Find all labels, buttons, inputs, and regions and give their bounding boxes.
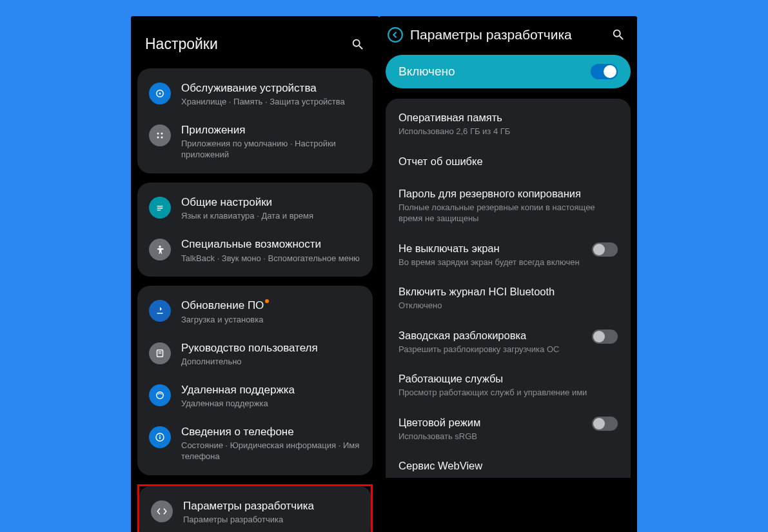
item-title: Обновление ПО xyxy=(181,299,361,312)
settings-title: Настройки xyxy=(145,35,218,53)
developer-options-screen: Параметры разработчика Включено Оператив… xyxy=(379,16,637,532)
item-device-care[interactable]: Обслуживание устройства Хранилище · Памя… xyxy=(137,74,373,115)
item-title: Руководство пользователя xyxy=(181,341,361,355)
master-toggle-label: Включено xyxy=(399,64,455,79)
item-oem-unlock[interactable]: Заводская разблокировка Разрешить разбло… xyxy=(386,320,631,364)
remote-icon xyxy=(149,384,171,406)
item-title: Цветовой режим xyxy=(399,417,584,429)
device-care-icon xyxy=(149,83,171,104)
item-manual[interactable]: Руководство пользователя Дополнительно xyxy=(137,333,373,375)
search-icon[interactable] xyxy=(351,37,365,52)
item-sub: Отключено xyxy=(399,300,618,311)
svg-rect-7 xyxy=(157,208,163,209)
dev-options-list: Оперативная память Использовано 2,6 ГБ и… xyxy=(386,99,631,478)
item-title: Оперативная память xyxy=(399,112,618,124)
item-sub: Приложения по умолчанию · Настройки прил… xyxy=(181,139,361,161)
item-color-mode[interactable]: Цветовой режим Использовать sRGB xyxy=(386,408,631,451)
settings-group: Общие настройки Язык и клавиатура · Дата… xyxy=(137,182,373,277)
switch-off-icon[interactable] xyxy=(592,417,618,431)
item-sub: Параметры разработчика xyxy=(183,515,359,526)
svg-point-3 xyxy=(161,133,163,135)
notification-dot-icon xyxy=(265,299,269,303)
dev-header: Параметры разработчика xyxy=(379,16,637,55)
svg-rect-11 xyxy=(159,351,162,352)
item-title: Обслуживание устройства xyxy=(181,81,361,95)
settings-group: Обслуживание устройства Хранилище · Памя… xyxy=(137,68,373,173)
svg-rect-6 xyxy=(157,206,163,207)
item-sub: Состояние · Юридическая информация · Имя… xyxy=(181,440,361,462)
dev-title: Параметры разработчика xyxy=(410,27,605,43)
item-sub: Дополнительно xyxy=(181,357,361,368)
item-general[interactable]: Общие настройки Язык и клавиатура · Дата… xyxy=(137,188,373,230)
item-sub: Полные локальные резервные копии в насто… xyxy=(399,202,618,224)
switch-off-icon[interactable] xyxy=(592,330,618,344)
about-icon xyxy=(149,426,171,448)
item-sub: Просмотр работающих служб и управление и… xyxy=(399,387,618,399)
item-title: Общие настройки xyxy=(181,195,361,209)
apps-icon xyxy=(149,124,171,146)
back-icon[interactable] xyxy=(387,26,404,43)
item-sub: Использовано 2,6 ГБ из 4 ГБ xyxy=(399,126,618,137)
item-about[interactable]: Сведения о телефоне Состояние · Юридичес… xyxy=(137,417,373,470)
item-bugreport[interactable]: Отчет об ошибке xyxy=(386,146,631,179)
item-sub: Хранилище · Память · Защита устройства xyxy=(181,97,361,108)
master-toggle[interactable]: Включено xyxy=(386,55,631,88)
svg-point-1 xyxy=(159,93,161,95)
item-title: Работающие службы xyxy=(399,373,618,385)
item-title: Параметры разработчика xyxy=(183,499,359,513)
item-accessibility[interactable]: Специальные возможности TalkBack · Звук … xyxy=(137,230,373,271)
item-title: Сведения о телефоне xyxy=(181,425,361,438)
svg-rect-15 xyxy=(159,436,161,439)
svg-point-17 xyxy=(388,28,402,42)
svg-point-13 xyxy=(157,391,164,399)
item-developer-options[interactable]: Параметры разработчика Параметры разрабо… xyxy=(139,491,371,532)
svg-point-5 xyxy=(161,137,163,139)
svg-rect-16 xyxy=(159,435,161,436)
settings-group: Обновление ПО Загрузка и установка Руков… xyxy=(137,286,373,475)
item-ram[interactable]: Оперативная память Использовано 2,6 ГБ и… xyxy=(386,103,631,146)
search-icon[interactable] xyxy=(611,28,625,42)
svg-point-2 xyxy=(157,133,159,135)
item-running-services[interactable]: Работающие службы Просмотр работающих сл… xyxy=(386,364,631,408)
item-title: Не выключать экран xyxy=(399,242,584,255)
item-sub: Использовать sRGB xyxy=(399,431,584,442)
item-sub: Язык и клавиатура · Дата и время xyxy=(181,211,361,222)
manual-icon xyxy=(149,342,171,364)
update-icon xyxy=(149,300,171,322)
item-sub: Загрузка и установка xyxy=(181,315,361,326)
accessibility-icon xyxy=(149,239,171,261)
item-webview[interactable]: Сервис WebView xyxy=(386,451,631,478)
item-title: Включить журнал HCI Bluetooth xyxy=(399,286,618,298)
settings-header: Настройки xyxy=(131,16,379,68)
item-title: Отчет об ошибке xyxy=(399,155,618,168)
item-title: Приложения xyxy=(181,123,361,137)
item-apps[interactable]: Приложения Приложения по умолчанию · Нас… xyxy=(137,115,373,168)
svg-point-9 xyxy=(159,246,161,248)
item-sub: TalkBack · Звук моно · Вспомогательное м… xyxy=(181,253,361,264)
item-title: Пароль для резервного копирования xyxy=(399,188,618,200)
item-sub: Удаленная поддержка xyxy=(181,399,361,409)
item-title: Специальные возможности xyxy=(181,237,361,251)
item-remote[interactable]: Удаленная поддержка Удаленная поддержка xyxy=(137,375,373,417)
item-hci-log[interactable]: Включить журнал HCI Bluetooth Отключено xyxy=(386,277,631,320)
switch-off-icon[interactable] xyxy=(592,242,618,257)
svg-rect-12 xyxy=(159,353,162,353)
settings-screen: Настройки Обслуживание устройства Хранил… xyxy=(131,16,379,532)
general-icon xyxy=(149,197,171,219)
item-title: Удаленная поддержка xyxy=(181,383,361,397)
item-title: Заводская разблокировка xyxy=(399,330,584,342)
highlighted-item-frame: Параметры разработчика Параметры разрабо… xyxy=(137,484,373,532)
svg-rect-8 xyxy=(157,210,161,211)
item-sub: Во время зарядки экран будет всегда вклю… xyxy=(399,257,584,268)
devopts-icon xyxy=(151,500,173,522)
item-update[interactable]: Обновление ПО Загрузка и установка xyxy=(137,291,373,333)
svg-point-4 xyxy=(157,137,159,139)
switch-on-icon[interactable] xyxy=(591,64,618,79)
item-backup-password[interactable]: Пароль для резервного копирования Полные… xyxy=(386,179,631,233)
item-sub: Разрешить разблокировку загрузчика ОС xyxy=(399,344,584,355)
item-stay-awake[interactable]: Не выключать экран Во время зарядки экра… xyxy=(386,233,631,277)
item-title: Сервис WebView xyxy=(399,460,618,472)
